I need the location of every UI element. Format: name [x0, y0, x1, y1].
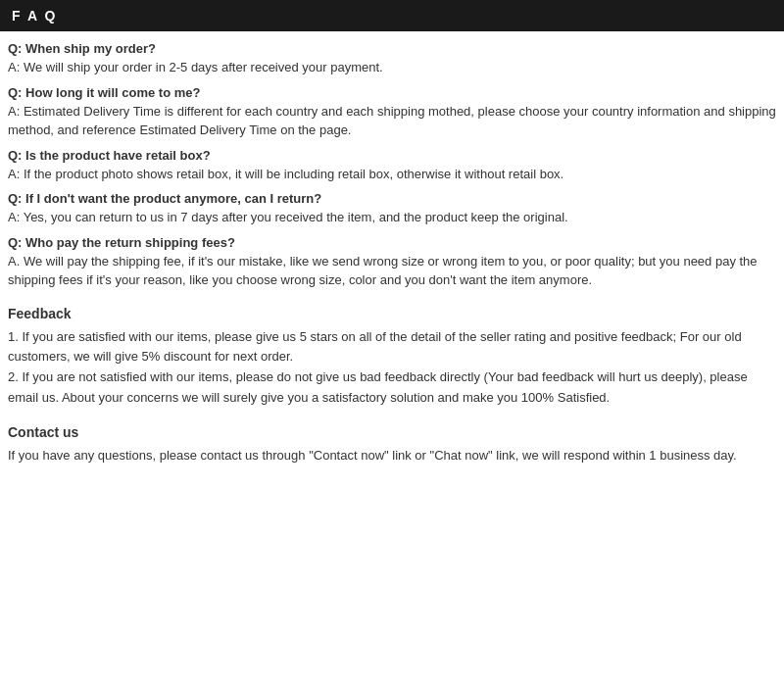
- faq-section: Q: When ship my order? A: We will ship y…: [0, 41, 784, 466]
- contact-text: If you have any questions, please contac…: [8, 446, 776, 466]
- contact-section: Contact us If you have any questions, pl…: [8, 424, 776, 466]
- feedback-title: Feedback: [8, 306, 776, 321]
- faq-answer-2: A: Estimated Delivery Time is different …: [8, 102, 776, 140]
- faq-item-2: Q: How long it will come to me? A: Estim…: [8, 85, 776, 140]
- faq-answer-3: A: If the product photo shows retail box…: [8, 165, 776, 184]
- contact-title: Contact us: [8, 424, 776, 440]
- faq-title: F A Q: [12, 8, 57, 24]
- faq-item-5: Q: Who pay the return shipping fees? A. …: [8, 235, 776, 290]
- faq-question-3: Q: Is the product have retail box?: [8, 148, 776, 163]
- faq-question-5: Q: Who pay the return shipping fees?: [8, 235, 776, 250]
- faq-item-3: Q: Is the product have retail box? A: If…: [8, 148, 776, 184]
- faq-answer-5: A. We will pay the shipping fee, if it's…: [8, 252, 776, 290]
- feedback-section: Feedback 1. If you are satisfied with ou…: [8, 306, 776, 409]
- feedback-point-2: 2. If you are not satisfied with our ite…: [8, 368, 776, 409]
- faq-item-4: Q: If I don't want the product anymore, …: [8, 191, 776, 227]
- faq-question-1: Q: When ship my order?: [8, 41, 776, 56]
- feedback-point-1: 1. If you are satisfied with our items, …: [8, 327, 776, 368]
- faq-question-2: Q: How long it will come to me?: [8, 85, 776, 100]
- faq-question-4: Q: If I don't want the product anymore, …: [8, 191, 776, 206]
- faq-answer-4: A: Yes, you can return to us in 7 days a…: [8, 208, 776, 227]
- faq-item-1: Q: When ship my order? A: We will ship y…: [8, 41, 776, 77]
- faq-answer-1: A: We will ship your order in 2-5 days a…: [8, 58, 776, 77]
- faq-header: F A Q: [0, 0, 784, 31]
